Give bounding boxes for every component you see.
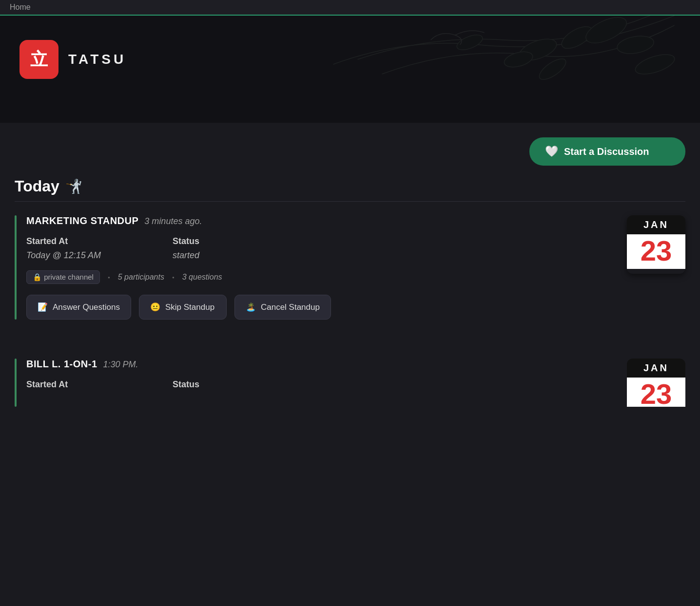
bill-calendar-day: 23 [627, 378, 685, 407]
bill-started-at-label: Started At [26, 379, 173, 390]
card-border [15, 215, 17, 320]
skip-standup-button[interactable]: 😐 Skip Standup [139, 295, 227, 320]
start-discussion-label: Start a Discussion [564, 146, 649, 157]
start-discussion-button[interactable]: 🤍 Start a Discussion [529, 137, 685, 166]
card-border-bill [15, 359, 17, 407]
svg-point-6 [455, 32, 485, 53]
bill-standup-time: 1:30 PM. [103, 360, 138, 370]
calendar-day: 23 [627, 234, 685, 269]
status-label: Status [173, 236, 319, 246]
private-channel-badge: 🔒 private channel [26, 270, 100, 284]
svg-point-4 [616, 34, 655, 57]
heart-icon: 🤍 [545, 145, 558, 158]
standup-card-bill: BILL L. 1-ON-1 1:30 PM. Started At Statu… [15, 359, 685, 407]
bill-status-label: Status [173, 379, 319, 390]
tatsu-app-name: TATSU [68, 52, 126, 67]
today-heading: Today 🤺 [15, 177, 685, 195]
started-at-value: Today @ 12:15 AM [26, 250, 173, 261]
standup-meta-grid: Started At Status Today @ 12:15 AM start… [26, 236, 319, 261]
bill-standup-title: BILL L. 1-ON-1 [26, 359, 97, 370]
bill-meta-grid: Started At Status [26, 379, 319, 390]
banner-decorative-svg [210, 16, 700, 123]
standup-title: MARKETING STANDUP [26, 215, 138, 227]
dot-separator-1: ● [108, 275, 110, 280]
started-at-label: Started At [26, 236, 173, 246]
skip-standup-label: Skip Standup [165, 303, 214, 312]
calendar-icon-bill: JAN 23 [627, 359, 685, 407]
bill-standup-content: BILL L. 1-ON-1 1:30 PM. Started At Statu… [26, 359, 617, 390]
action-buttons: 📝 Answer Questions 😐 Skip Standup 🏝️ Can… [26, 295, 617, 320]
standup-content: MARKETING STANDUP 3 minutes ago. Started… [26, 215, 617, 320]
answer-questions-emoji: 📝 [38, 302, 48, 312]
standup-tags: 🔒 private channel ● 5 participants ● 3 q… [26, 270, 617, 284]
tatsu-app-icon: 立 [19, 40, 58, 79]
cancel-standup-emoji: 🏝️ [246, 302, 256, 312]
divider [15, 201, 685, 202]
today-emoji: 🤺 [65, 178, 82, 194]
discussion-bar: 🤍 Start a Discussion [15, 133, 685, 166]
cancel-standup-button[interactable]: 🏝️ Cancel Standup [234, 295, 331, 320]
dot-separator-2: ● [172, 275, 175, 280]
svg-point-7 [633, 51, 677, 78]
calendar-month: JAN [627, 215, 685, 234]
top-header: Home [0, 0, 700, 16]
tatsu-logo-area: 立 TATSU [19, 40, 126, 79]
standup-card-marketing: MARKETING STANDUP 3 minutes ago. Started… [15, 215, 685, 320]
status-value: started [173, 250, 319, 261]
svg-point-5 [536, 55, 569, 83]
main-content: 🤍 Start a Discussion Today 🤺 MARKETING S… [0, 123, 700, 421]
standup-title-row: MARKETING STANDUP 3 minutes ago. [26, 215, 617, 227]
spacer [15, 339, 685, 359]
answer-questions-button[interactable]: 📝 Answer Questions [26, 295, 131, 320]
today-label: Today [15, 177, 59, 195]
participants-tag: 5 participants [118, 273, 164, 282]
standup-time-ago: 3 minutes ago. [144, 216, 202, 227]
questions-tag: 3 questions [182, 273, 222, 282]
bill-calendar-month: JAN [627, 359, 685, 378]
page-title: Home [10, 3, 31, 11]
bill-title-row: BILL L. 1-ON-1 1:30 PM. [26, 359, 617, 370]
cancel-standup-label: Cancel Standup [261, 303, 320, 312]
today-section: Today 🤺 [15, 177, 685, 202]
banner-section: 立 TATSU [0, 16, 700, 123]
answer-questions-label: Answer Questions [53, 303, 120, 312]
calendar-icon-standup1: JAN 23 [627, 215, 685, 274]
skip-standup-emoji: 😐 [150, 302, 160, 312]
